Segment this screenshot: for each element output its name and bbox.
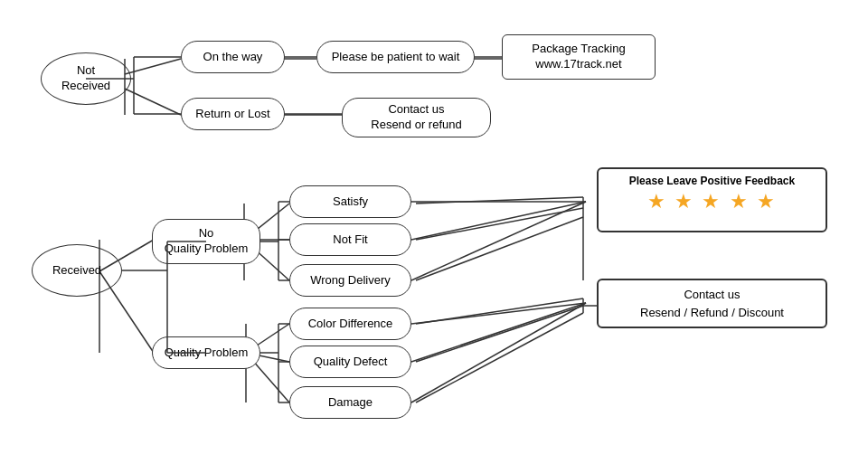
package-tracking-label: Package Tracking www.17track.net [532,42,625,72]
svg-line-15 [416,217,583,280]
received-label: Received [52,263,101,279]
not-received-label: Not Received [61,63,110,94]
svg-line-0 [125,59,181,74]
no-quality-problem-label: No Quality Problem [165,226,248,257]
svg-line-1 [125,89,181,115]
color-difference-node: Color Difference [289,308,411,340]
on-the-way-label: On the way [203,50,263,65]
satisfy-node: Satisfy [289,185,411,218]
wrong-delivery-label: Wrong Delivery [310,273,391,289]
patient-node: Please be patient to wait [316,41,475,73]
damage-label: Damage [328,395,373,411]
not-received-node: Not Received [41,52,131,105]
contact-resend-label: Contact us Resend or refund [371,102,461,133]
contact-box: Contact us Resend / Refund / Discount [597,279,827,328]
color-difference-label: Color Difference [308,317,393,332]
received-node: Received [32,244,122,297]
svg-line-23 [416,313,583,402]
svg-line-49 [411,202,586,280]
svg-line-21 [416,298,583,324]
package-tracking-node: Package Tracking www.17track.net [502,34,656,80]
quality-defect-node: Quality Defect [289,346,411,378]
feedback-title: Please Leave Positive Feedback [608,175,816,187]
feedback-box: Please Leave Positive Feedback ★ ★ ★ ★ ★ [597,167,827,232]
feedback-stars: ★ ★ ★ ★ ★ [608,190,816,213]
patient-label: Please be patient to wait [332,50,460,65]
satisfy-label: Satisfy [333,194,368,210]
on-the-way-node: On the way [181,41,285,73]
no-quality-problem-node: No Quality Problem [152,219,260,264]
contact-resend-node: Contact us Resend or refund [342,98,491,137]
svg-line-13 [416,197,583,204]
quality-problem-node: Quality Problem [152,336,260,369]
svg-line-50 [411,303,586,324]
quality-defect-label: Quality Defect [314,355,388,370]
quality-problem-label: Quality Problem [165,346,248,361]
return-or-lost-label: Return or Lost [195,107,269,122]
svg-line-14 [416,208,583,240]
svg-line-51 [411,303,586,362]
contact-box-label: Contact us Resend / Refund / Discount [640,286,784,321]
wrong-delivery-node: Wrong Delivery [289,264,411,297]
return-or-lost-node: Return or Lost [181,98,285,130]
svg-line-48 [411,202,586,240]
damage-node: Damage [289,386,411,419]
svg-line-52 [411,303,586,402]
not-fit-node: Not Fit [289,223,411,256]
svg-line-22 [416,306,583,362]
not-fit-label: Not Fit [333,232,367,248]
